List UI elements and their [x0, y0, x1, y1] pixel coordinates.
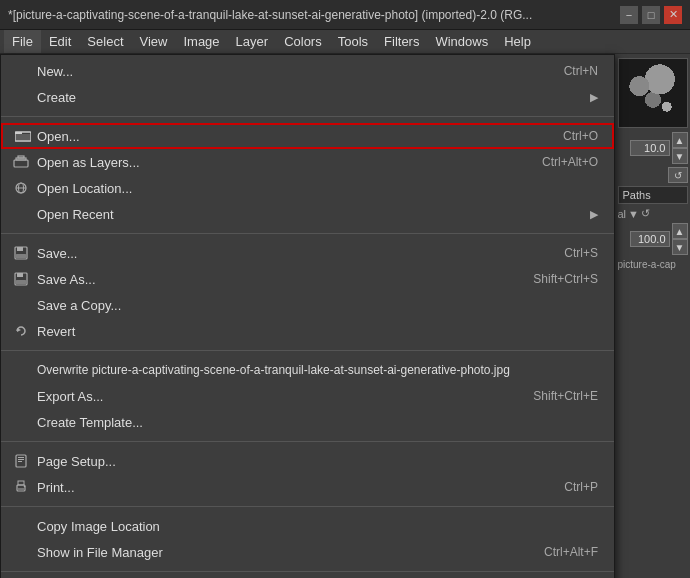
- menu-section-2: Open... Ctrl+O Open as Layers... Ctrl+Al…: [1, 120, 614, 230]
- menu-overwrite[interactable]: Overwrite picture-a-captivating-scene-of…: [1, 357, 614, 383]
- menu-create[interactable]: Create ▶: [1, 84, 614, 110]
- refresh-button[interactable]: ↺: [668, 167, 688, 183]
- percent-down-button[interactable]: ▼: [672, 239, 688, 255]
- divider-4: [1, 441, 614, 442]
- menu-layer[interactable]: Layer: [228, 30, 277, 53]
- menu-revert[interactable]: Revert: [1, 318, 614, 344]
- menu-image[interactable]: Image: [175, 30, 227, 53]
- menu-section-1: New... Ctrl+N Create ▶: [1, 55, 614, 113]
- paths-label: Paths: [623, 189, 651, 201]
- open-icon: [13, 126, 33, 146]
- menu-open-layers[interactable]: Open as Layers... Ctrl+Alt+O: [1, 149, 614, 175]
- layer-mode-icon: ▼: [628, 208, 639, 220]
- spinner-down-button[interactable]: ▼: [672, 148, 688, 164]
- create-arrow-icon: ▶: [590, 91, 598, 104]
- menu-section-5: Page Setup... Print... Ctrl+P: [1, 445, 614, 503]
- svg-rect-2: [15, 134, 31, 141]
- svg-rect-22: [18, 488, 24, 490]
- opacity-icon: ↺: [641, 207, 650, 220]
- menu-save-copy[interactable]: Save a Copy...: [1, 292, 614, 318]
- menu-save-as[interactable]: Save As... Shift+Ctrl+S: [1, 266, 614, 292]
- title-text: *[picture-a-captivating-scene-of-a-tranq…: [8, 8, 620, 22]
- open-location-icon: [11, 178, 31, 198]
- menu-show-manager[interactable]: Show in File Manager Ctrl+Alt+F: [1, 539, 614, 565]
- menu-print[interactable]: Print... Ctrl+P: [1, 474, 614, 500]
- svg-rect-10: [17, 247, 23, 251]
- menu-new[interactable]: New... Ctrl+N: [1, 58, 614, 84]
- svg-rect-11: [16, 254, 26, 258]
- divider-6: [1, 571, 614, 572]
- window-controls: − □ ✕: [620, 6, 682, 24]
- image-thumbnail: [618, 58, 688, 128]
- menu-bar: File Edit Select View Image Layer Colors…: [0, 30, 690, 54]
- percent-row: ▲ ▼: [618, 223, 688, 255]
- svg-rect-17: [18, 457, 24, 458]
- menu-open-recent[interactable]: Open Recent ▶: [1, 201, 614, 227]
- svg-point-23: [24, 486, 26, 488]
- menu-page-setup[interactable]: Page Setup...: [1, 448, 614, 474]
- file-dropdown-menu: New... Ctrl+N Create ▶: [0, 54, 615, 578]
- menu-save[interactable]: Save... Ctrl+S: [1, 240, 614, 266]
- spinner-row: ▲ ▼: [618, 132, 688, 164]
- svg-rect-19: [18, 461, 22, 462]
- close-button[interactable]: ✕: [664, 6, 682, 24]
- menu-copy-location[interactable]: Copy Image Location: [1, 513, 614, 539]
- divider-5: [1, 506, 614, 507]
- revert-icon: [11, 321, 31, 341]
- svg-rect-21: [18, 481, 24, 485]
- menu-create-template[interactable]: Create Template...: [1, 409, 614, 435]
- print-icon: [11, 477, 31, 497]
- menu-section-4: Overwrite picture-a-captivating-scene-of…: [1, 354, 614, 438]
- menu-colors[interactable]: Colors: [276, 30, 330, 53]
- divider-3: [1, 350, 614, 351]
- page-setup-icon: [11, 451, 31, 471]
- save-as-icon: [11, 269, 31, 289]
- panel-controls: ▲ ▼ ↺ Paths al ▼ ↺ ▲ ▼: [618, 132, 688, 270]
- right-panel: ▲ ▼ ↺ Paths al ▼ ↺ ▲ ▼: [615, 54, 690, 578]
- svg-marker-15: [17, 328, 21, 332]
- minimize-button[interactable]: −: [620, 6, 638, 24]
- menu-open-location[interactable]: Open Location...: [1, 175, 614, 201]
- menu-open[interactable]: Open... Ctrl+O: [1, 123, 614, 149]
- svg-rect-3: [14, 160, 28, 167]
- percent-input[interactable]: [630, 231, 670, 247]
- menu-section-3: Save... Ctrl+S Save As... Shift+Ctrl+S: [1, 237, 614, 347]
- title-bar: *[picture-a-captivating-scene-of-a-tranq…: [0, 0, 690, 30]
- layer-mode-label: al: [618, 208, 627, 220]
- spinner-up-button[interactable]: ▲: [672, 132, 688, 148]
- thumbnail-bg: [619, 59, 687, 127]
- open-recent-arrow-icon: ▶: [590, 208, 598, 221]
- menu-view[interactable]: View: [132, 30, 176, 53]
- main-layout: New... Ctrl+N Create ▶: [0, 54, 690, 578]
- menu-help[interactable]: Help: [496, 30, 539, 53]
- menu-edit[interactable]: Edit: [41, 30, 79, 53]
- divider-2: [1, 233, 614, 234]
- maximize-button[interactable]: □: [642, 6, 660, 24]
- open-layers-icon: [11, 152, 31, 172]
- menu-section-6: Copy Image Location Show in File Manager…: [1, 510, 614, 568]
- svg-rect-18: [18, 459, 24, 460]
- menu-export-as[interactable]: Export As... Shift+Ctrl+E: [1, 383, 614, 409]
- svg-rect-14: [16, 280, 26, 284]
- svg-rect-5: [18, 156, 24, 158]
- image-caption: picture-a-cap: [618, 259, 688, 270]
- save-icon: [11, 243, 31, 263]
- file-dropdown-container: New... Ctrl+N Create ▶: [0, 54, 615, 578]
- menu-select[interactable]: Select: [79, 30, 131, 53]
- divider-1: [1, 116, 614, 117]
- menu-file[interactable]: File: [4, 30, 41, 53]
- percent-up-button[interactable]: ▲: [672, 223, 688, 239]
- spinner-input[interactable]: [630, 140, 670, 156]
- menu-tools[interactable]: Tools: [330, 30, 376, 53]
- menu-filters[interactable]: Filters: [376, 30, 427, 53]
- svg-rect-13: [17, 273, 23, 277]
- menu-windows[interactable]: Windows: [427, 30, 496, 53]
